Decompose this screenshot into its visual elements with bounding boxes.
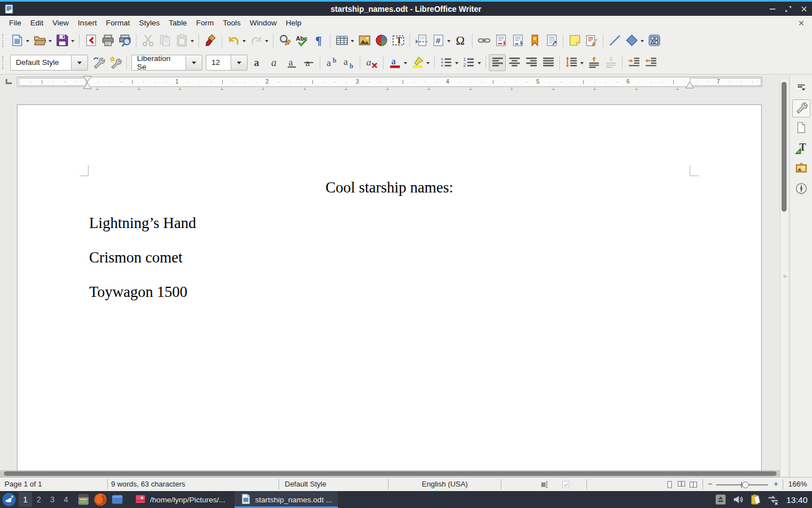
document-workspace[interactable]: Cool starship names: Lightning’s HandCri… [0, 90, 789, 470]
toolbar-insert-field[interactable]: # [430, 32, 447, 49]
toolbar-insert-cross-reference[interactable] [543, 32, 560, 49]
toolbar-track-changes[interactable] [583, 32, 600, 49]
document-heading[interactable]: Cool starship names: [89, 179, 690, 199]
status-multi-page-view[interactable] [677, 480, 686, 489]
left-indent-marker[interactable] [83, 76, 92, 89]
toolbar-paste-dropdown[interactable] [191, 40, 194, 44]
paragraph-style-dropdown[interactable] [71, 55, 88, 71]
format-align-left[interactable] [489, 54, 506, 71]
menu-view[interactable]: View [48, 17, 73, 29]
right-indent-marker[interactable] [685, 81, 694, 89]
font-name-combo-dropdown[interactable] [186, 55, 202, 71]
toolbar-new-document-dropdown[interactable] [26, 40, 29, 44]
font-size-combo-value[interactable]: 12 [206, 55, 231, 71]
sidebar-collapse-arrow[interactable]: ▶ [783, 269, 788, 283]
sidebar-tab-sidebar-settings[interactable] [792, 79, 810, 97]
format-highlight-color-dropdown[interactable] [426, 62, 430, 66]
toolbar-insert-table[interactable] [333, 32, 350, 49]
launcher-package-manager[interactable] [77, 493, 90, 506]
taskbar-task[interactable]: startship_names.odt ... [235, 491, 338, 508]
tray-volume[interactable] [732, 494, 744, 505]
toolbar-save-dropdown[interactable] [71, 40, 74, 44]
tray-removable-media[interactable] [715, 494, 726, 505]
document-paragraph[interactable]: Lightning’s Hand [89, 214, 690, 235]
menu-help[interactable]: Help [281, 17, 306, 29]
toolbar-insert-field-dropdown[interactable] [447, 40, 451, 44]
toolbar-insert-footnote[interactable] [492, 32, 509, 49]
zoom-level[interactable]: 166% [788, 480, 807, 488]
format-justify[interactable] [540, 54, 557, 71]
workspace-3[interactable]: 3 [46, 492, 59, 507]
format-line-spacing-dropdown[interactable] [580, 62, 584, 66]
vertical-scrollbar-thumb[interactable] [782, 82, 787, 212]
zoom-slider-handle[interactable] [742, 481, 749, 488]
toolbar-grip[interactable] [2, 34, 6, 47]
menu-styles[interactable]: Styles [135, 17, 165, 29]
tray-network[interactable] [767, 494, 779, 505]
toolbar-open-dropdown[interactable] [48, 40, 52, 44]
format-align-center[interactable] [506, 54, 523, 71]
paragraph-style-value[interactable]: Default Style [10, 55, 71, 71]
toolbar-export-pdf[interactable] [82, 32, 99, 49]
toolbar-insert-bookmark[interactable] [526, 32, 543, 49]
format-update-style[interactable] [90, 54, 107, 71]
toolbar-save[interactable] [54, 32, 70, 49]
format-clear-formatting[interactable]: a [363, 54, 380, 71]
toolbar-insert-image[interactable] [356, 32, 373, 49]
format-bold[interactable]: a [249, 54, 266, 71]
zoom-out-button[interactable]: − [708, 479, 712, 488]
toolbar-insert-line[interactable] [606, 32, 623, 49]
document-page[interactable]: Cool starship names: Lightning’s HandCri… [17, 104, 762, 470]
menu-edit[interactable]: Edit [26, 17, 48, 29]
toolbar-insert-special-character[interactable]: Ω [452, 32, 469, 49]
toolbar-print[interactable] [99, 32, 116, 49]
toolbar-insert-endnote[interactable] [509, 32, 526, 49]
toolbar-insert-chart[interactable] [373, 32, 390, 49]
workspace-2[interactable]: 2 [32, 492, 46, 507]
toolbar-redo-dropdown[interactable] [265, 40, 268, 44]
toolbar-insert-page-break[interactable] [413, 32, 430, 49]
format-increase-paragraph-spacing[interactable] [585, 54, 602, 71]
status-page[interactable]: Page 1 of 1 [5, 480, 42, 488]
workspace-1[interactable]: 1 [19, 492, 32, 507]
font-name-combo[interactable]: Liberation Se [131, 55, 202, 71]
menu-table[interactable]: Table [164, 17, 191, 29]
toolbar-undo-dropdown[interactable] [242, 40, 246, 44]
close-document-button[interactable] [797, 19, 805, 27]
format-decrease-indent[interactable] [642, 54, 659, 71]
status-words[interactable]: 9 words, 63 characters [111, 480, 186, 488]
launcher-firefox[interactable] [94, 493, 107, 506]
sidebar-tab-navigator[interactable] [792, 181, 810, 199]
toolbar-basic-shapes[interactable] [623, 32, 640, 49]
format-superscript[interactable]: ab [323, 54, 340, 71]
sidebar-tab-gallery[interactable] [792, 160, 810, 178]
zoom-in-button[interactable]: + [774, 479, 778, 488]
menu-insert[interactable]: Insert [73, 17, 102, 29]
format-increase-indent[interactable] [625, 54, 642, 71]
paragraph-style-combo[interactable]: Default Style [10, 55, 88, 71]
menu-tools[interactable]: Tools [218, 17, 245, 29]
toolbar-clone-formatting[interactable] [202, 32, 219, 49]
toolbar-open[interactable] [31, 32, 48, 49]
horizontal-scrollbar-thumb[interactable] [4, 471, 776, 476]
format-bullet-list[interactable] [438, 54, 454, 71]
toolbar-spelling[interactable]: Abc [293, 32, 310, 49]
titlebar[interactable]: startship_names.odt - LibreOffice Writer [0, 2, 812, 16]
format-numbered-list-dropdown[interactable] [478, 62, 481, 66]
horizontal-ruler[interactable]: 1234567 [17, 77, 762, 87]
menu-form[interactable]: Form [192, 17, 219, 29]
sidebar-tab-styles[interactable]: T [792, 140, 810, 158]
toolbar-basic-shapes-dropdown[interactable] [641, 40, 644, 44]
status-single-page-view[interactable] [665, 480, 674, 489]
horizontal-scrollbar[interactable] [0, 470, 780, 477]
format-line-spacing[interactable] [563, 54, 580, 71]
toolbar-insert-hyperlink[interactable] [475, 32, 492, 49]
format-numbered-list[interactable]: 12 [460, 54, 477, 71]
toolbar-print-preview[interactable] [116, 32, 133, 49]
format-highlight-color[interactable] [409, 54, 426, 71]
status-selection-mode[interactable] [562, 480, 570, 489]
toolbar-insert-comment[interactable] [566, 32, 583, 49]
menu-file[interactable]: File [5, 17, 26, 29]
tray-clipboard[interactable] [750, 494, 761, 505]
workspace-4[interactable]: 4 [59, 492, 73, 507]
